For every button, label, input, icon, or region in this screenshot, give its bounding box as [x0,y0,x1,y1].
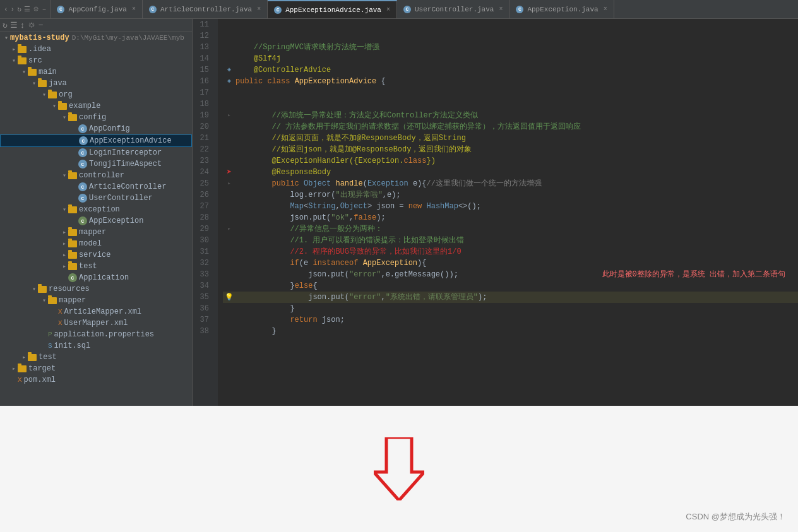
folder-arrow: ▾ [61,206,68,213]
sidebar-item-application.properties[interactable]: Papplication.properties [0,329,192,340]
sidebar-item-example[interactable]: ▾example [0,100,192,112]
folder-arrow: ▸ [10,365,18,372]
code-line-27: Map<String,Object> json = new HashMap<>(… [223,201,798,212]
folder-arrow: ▸ [10,45,18,53]
folder-arrow: ▾ [20,68,28,76]
nav-back-icon[interactable]: ‹ [4,6,8,13]
gutter-fold-icon: ▸ [227,110,230,121]
nav-forward-icon[interactable]: › [11,6,15,13]
toolbar-settings-icon[interactable]: ⛭ [28,21,36,30]
sidebar-item-service[interactable]: ▸service [0,249,192,261]
sidebar-item-org[interactable]: ▾org [0,89,192,100]
xml-icon: X [58,308,63,316]
sidebar-item-java[interactable]: ▾java [0,78,192,89]
toolbar-sync-icon[interactable]: ↻ [3,20,8,30]
gutter-fold-icon: ▸ [227,223,230,235]
code-text-25: public Object handle(Exception e){//这里我们… [235,178,798,189]
sidebar-item-init.sql[interactable]: Sinit.sql [0,340,192,352]
sidebar-item-appexception[interactable]: CAppException [0,215,192,227]
sidebar-item-usercontroller[interactable]: CUserController [0,192,192,204]
tree-label: java [49,79,67,88]
sidebar-item-logininterceptor[interactable]: CLoginInterceptor [0,147,192,158]
code-line-11 [223,19,798,30]
sidebar-item-resources[interactable]: ▾resources [0,283,192,295]
folder-icon [28,69,37,76]
tab-close-articlecontroller[interactable]: × [257,6,261,13]
line-num-23: 23 [193,155,213,167]
sidebar-item-usermapper.xml[interactable]: XUserMapper.xml [0,317,192,329]
toolbar-expand-icon[interactable]: ↕ [20,21,25,30]
sidebar-root[interactable]: ▾mybatis-studyD:\MyGit\my-java\JAVAEE\my… [0,32,192,44]
sidebar-item-articlemapper.xml[interactable]: XArticleMapper.xml [0,306,192,317]
sidebar-item-appconfig[interactable]: CAppConfig [0,123,192,134]
sidebar-item-application[interactable]: CApplication [0,272,192,283]
folder-icon [48,297,57,304]
line-num-27: 27 [193,201,213,212]
nav-refresh-icon[interactable]: ↻ [17,5,21,13]
line-num-35: 35 [193,292,213,303]
tab-nav-left[interactable]: ‹ › ↻ ☰ ⛭ – [0,0,51,18]
sidebar-item-mapper[interactable]: ▾mapper [0,295,192,306]
sidebar-item-model[interactable]: ▸model [0,238,192,249]
sidebar-item-config[interactable]: ▾config [0,112,192,123]
sidebar-item-mapper[interactable]: ▸mapper [0,227,192,238]
nav-gear-icon[interactable]: ⛭ [33,5,40,13]
code-line-29: ▸ //异常信息一般分为两种： [223,223,798,235]
gutter-15: ◈ [223,64,235,76]
class-icon: C [78,216,87,225]
gutter-16: ◈ [223,76,235,87]
folder-arrow: ▸ [61,251,68,259]
xml-icon: X [18,376,22,384]
sidebar-item-appexceptionadvice[interactable]: CAppExceptionAdvice [0,134,192,147]
gutter-25: ▸ [223,178,235,189]
toolbar-collapse-icon[interactable]: ☰ [10,20,18,30]
tab-close-usercontroller[interactable]: × [499,6,503,13]
tab-close-appconfig[interactable]: × [132,6,136,13]
tab-articlecontroller[interactable]: CArticleController.java× [143,0,268,18]
tree-label: config [79,113,106,122]
sidebar-item-articlecontroller[interactable]: CArticleController [0,181,192,192]
sidebar-item-main[interactable]: ▾main [0,66,192,78]
sidebar-item-tongjitimeaspect[interactable]: CTongjiTimeAspect [0,158,192,170]
nav-split-icon[interactable]: ☰ [24,5,30,13]
nav-minus-icon[interactable]: – [42,6,47,13]
folder-arrow: ▾ [40,297,48,304]
code-line-35: 💡 json.put("error","系统出错，请联系管理员"); [223,292,798,303]
toolbar-close-icon[interactable]: − [39,21,44,30]
sidebar-item-.idea[interactable]: ▸.idea [0,44,192,55]
sidebar-item-src[interactable]: ▾src [0,55,192,66]
line-num-19: 19 [193,110,213,121]
code-text-34: }else{ [235,280,798,292]
code-line-23: @ExceptionHandler({Exception.class}) [223,155,798,167]
folder-icon [18,46,27,53]
folder-arrow: ▾ [30,80,38,87]
watermark: CSDN @梦想成为光头强！ [686,511,785,523]
code-line-15: ◈ @ControllerAdvice [223,64,798,76]
tree-label: test [79,262,97,271]
tab-icon-usercontroller: C [403,6,411,13]
code-line-32: if(e instanceof AppException){ [223,257,798,269]
class-icon: C [79,136,88,145]
sidebar-item-test[interactable]: ▸test [0,352,192,363]
main-area: ↻ ☰ ↕ ⛭ − ▾mybatis-studyD:\MyGit\my-java… [0,19,798,406]
sidebar-item-exception[interactable]: ▾exception [0,204,192,215]
tab-close-appexception[interactable]: × [604,6,607,13]
tab-appexception[interactable]: CAppException.java× [509,0,614,18]
folder-icon [68,172,77,179]
line-numbers: 1112131415161718192021222324252627282930… [193,19,218,406]
code-text-22: //如返回json，就是加@ResponseBody，返回我们的对象 [235,144,798,155]
sidebar-item-pom.xml[interactable]: Xpom.xml [0,374,192,386]
tab-usercontroller[interactable]: CUserController.java× [397,0,509,18]
sidebar-item-test[interactable]: ▸test [0,261,192,272]
tree-label: mapper [59,296,86,305]
sidebar-item-controller[interactable]: ▾controller [0,170,192,181]
tab-appexceptionadvice[interactable]: CAppExceptionAdvice.java× [268,0,397,18]
tab-close-appexceptionadvice[interactable]: × [386,6,390,13]
tab-appconfig[interactable]: CAppConfig.java× [51,0,142,18]
line-num-17: 17 [193,87,213,98]
sidebar-item-target[interactable]: ▸target [0,363,192,374]
bottom-area: CSDN @梦想成为光头强！ [0,406,798,532]
line-num-34: 34 [193,280,213,292]
tree-label: service [79,251,110,259]
code-line-21: //如返回页面，就是不加@ResponseBody，返回String [223,133,798,144]
